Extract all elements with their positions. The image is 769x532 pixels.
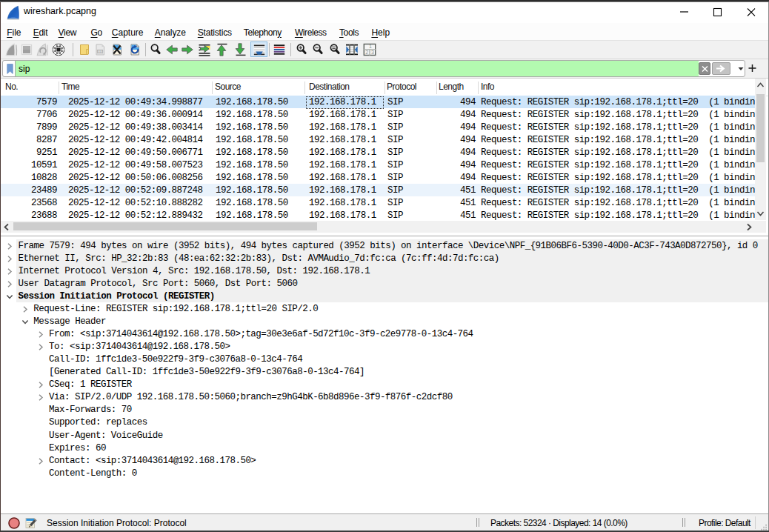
- svg-text:1: 1: [369, 44, 372, 49]
- svg-text:2: 2: [365, 50, 368, 55]
- svg-text:010: 010: [97, 50, 103, 53]
- svg-text:3: 3: [371, 50, 374, 55]
